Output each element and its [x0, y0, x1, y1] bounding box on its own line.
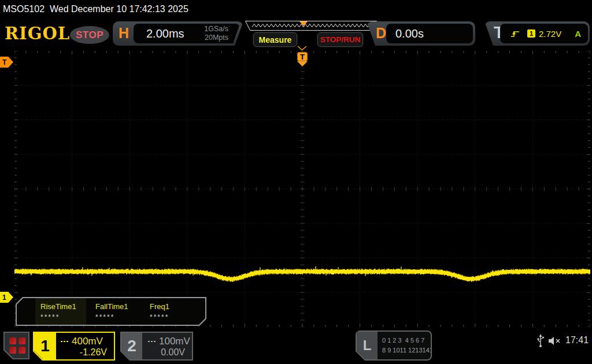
memory-position-bar[interactable] — [245, 21, 377, 31]
logic-channels-row2: 8 9 1011 12131415 — [382, 347, 436, 354]
channel1-offset: -1.26V — [80, 347, 107, 358]
delay-panel[interactable]: D 0.00s — [367, 21, 475, 46]
trigger-source-badge: 1 — [527, 29, 535, 38]
channel1-badge[interactable]: 1 400mV -1.26V — [33, 332, 115, 361]
trigger-level-value: 2.72V — [539, 29, 561, 39]
dc-coupling-icon — [61, 341, 69, 342]
acquisition-info: 1GSa/s 20Mpts — [204, 25, 228, 42]
bottom-status-bar: 1 400mV -1.26V 2 100mV 0.00V L 0 1 — [0, 327, 592, 364]
channel1-level-marker[interactable]: 1 — [0, 292, 13, 303]
channel2-badge[interactable]: 2 100mV 0.00V — [120, 332, 193, 361]
measurement-results-panel[interactable]: RiseTime1 ***** FallTime1 ***** Freq1 **… — [16, 297, 206, 326]
model-and-datetime: MSO5102 Wed December 10 17:42:13 2025 — [3, 4, 188, 14]
memory-depth: 20Mpts — [204, 34, 228, 42]
h-panel-inner: 2.00ms 1GSa/s 20Mpts — [134, 24, 240, 43]
d-panel-inner: 0.00s — [386, 24, 473, 43]
timebase-value: 2.00ms — [146, 27, 184, 40]
dc-coupling-icon — [148, 341, 156, 342]
measure-button[interactable]: Measure — [253, 32, 297, 47]
channel2-badge-body: 2 100mV 0.00V — [121, 333, 192, 359]
channel1-badge-body: 1 400mV -1.26V — [34, 333, 114, 359]
menu-grid-icon — [5, 333, 28, 358]
measurement-value: ***** — [150, 313, 169, 321]
clock-time: 17:41 — [565, 335, 589, 346]
top-status-bar: MSO5102 Wed December 10 17:42:13 2025 — [0, 0, 592, 19]
speaker-muted-icon[interactable] — [548, 336, 563, 346]
logic-channels-row1: 0 1 2 3 4 5 6 7 — [382, 337, 424, 344]
trigger-position-pin-tip — [297, 61, 308, 66]
t-panel-inner: 1 2.72V A — [500, 24, 588, 43]
run-state-indicator[interactable]: STOP — [70, 26, 109, 44]
usb-icon — [536, 334, 545, 348]
horizontal-panel[interactable]: H 2.00ms 1GSa/s 20Mpts — [113, 21, 243, 46]
measurement-item[interactable]: FallTime1 ***** — [95, 302, 128, 321]
sample-rate: 1GSa/s — [204, 25, 228, 34]
channel1-number: 1 — [34, 333, 56, 359]
measurement-item[interactable]: RiseTime1 ***** — [40, 302, 76, 321]
measurement-value: ***** — [40, 313, 76, 321]
trigger-position-chevron-icon — [297, 46, 307, 51]
logic-badge-body: L 0 1 2 3 4 5 6 7 8 9 1011 12131415 — [357, 332, 431, 359]
stop-run-button-label: STOP/RUN — [320, 35, 361, 44]
measurement-item[interactable]: Freq1 ***** — [150, 302, 169, 321]
logic-analyzer-badge[interactable]: L 0 1 2 3 4 5 6 7 8 9 1011 12131415 — [356, 330, 432, 361]
measurement-label: FallTime1 — [95, 302, 128, 311]
run-state-label: STOP — [76, 29, 103, 41]
measurement-label: Freq1 — [150, 302, 169, 311]
channel2-number: 2 — [121, 333, 142, 359]
logic-label: L — [357, 332, 378, 359]
trigger-panel[interactable]: T 1 2.72V A — [484, 21, 590, 46]
delay-value: 0.00s — [395, 27, 424, 40]
waveform-display-area — [14, 51, 590, 327]
stop-run-button[interactable]: STOP/RUN — [317, 32, 363, 47]
h-panel-letter: H — [119, 25, 129, 42]
d-panel-letter: D — [376, 25, 386, 42]
channel2-scale: 100mV — [159, 336, 190, 347]
trigger-level-marker[interactable]: T — [0, 57, 13, 68]
trigger-position-pin[interactable]: T — [297, 52, 308, 61]
channel2-offset: 0.00V — [161, 347, 185, 358]
channel1-waveform-trace — [14, 266, 590, 282]
measure-button-label: Measure — [259, 35, 292, 44]
measurement-value: ***** — [95, 313, 128, 321]
header-bar: RIGOL STOP H 2.00ms 1GSa/s 20Mpts Measur… — [0, 19, 592, 49]
menu-grid-button[interactable] — [3, 332, 29, 359]
channel1-scale: 400mV — [72, 336, 103, 347]
measurement-panel-body: RiseTime1 ***** FallTime1 ***** Freq1 **… — [17, 298, 205, 325]
rising-edge-trigger-icon — [510, 29, 520, 38]
trigger-mode-auto: A — [575, 29, 581, 39]
measurement-label: RiseTime1 — [40, 302, 76, 311]
rigol-logo: RIGOL — [5, 24, 70, 43]
